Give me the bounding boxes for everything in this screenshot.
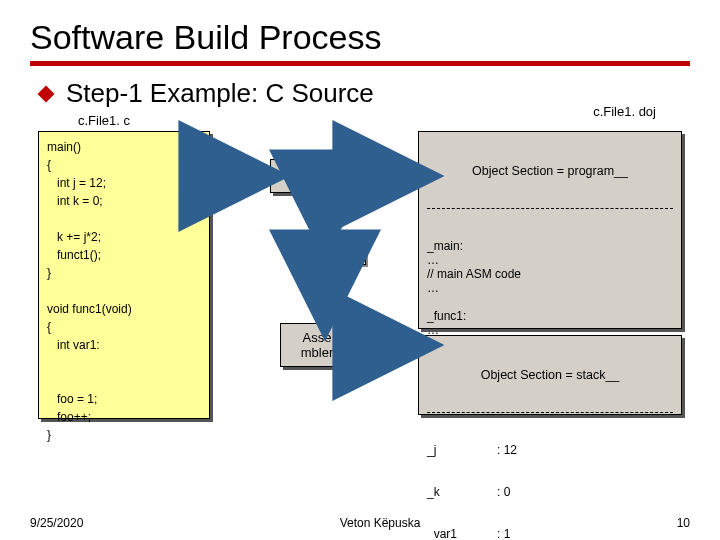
subhead: Step-1 Example: C Source — [66, 78, 374, 109]
source-code-box: main() { int j = 12; int k = 0; k += j*2… — [38, 131, 210, 419]
object-stack-box: Object Section = stack__ _j : 12 _k : 0 … — [418, 335, 682, 415]
object-program-header: Object Section = program__ — [427, 164, 673, 178]
footer-author: Veton Këpuska — [340, 516, 421, 530]
footer: 9/25/2020 Veton Këpuska 10 — [30, 516, 690, 530]
divider — [427, 412, 673, 413]
footer-page: 10 — [677, 516, 690, 530]
asm-file-label: . s — [338, 243, 366, 265]
title-rule — [30, 61, 690, 66]
object-program-box: Object Section = program__ _main: … // m… — [418, 131, 682, 329]
compiler-box: C-Compiler — [270, 159, 380, 193]
stack-row: _k : 0 — [427, 485, 673, 499]
object-stack-header: Object Section = stack__ — [427, 368, 673, 382]
diagram-area: c.File1. c main() { int j = 12; int k = … — [30, 113, 690, 473]
stack-row: _j : 12 — [427, 443, 673, 457]
stack-var-name: _k — [427, 485, 497, 499]
stack-var-val: : 12 — [497, 443, 537, 457]
assembler-box: Asse mbler — [280, 323, 354, 367]
divider — [427, 208, 673, 209]
stack-var-name: _j — [427, 443, 497, 457]
footer-date: 9/25/2020 — [30, 516, 83, 530]
source-file-label: c.File1. c — [78, 113, 130, 128]
subhead-row: Step-1 Example: C Source — [30, 78, 690, 109]
bullet-diamond-icon — [38, 85, 55, 102]
page-title: Software Build Process — [30, 18, 690, 57]
stack-var-val: : 0 — [497, 485, 537, 499]
